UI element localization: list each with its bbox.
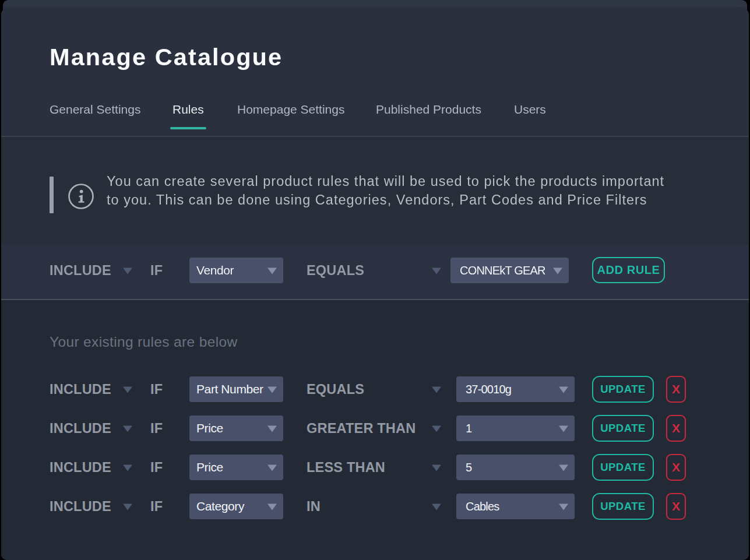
include-dropdown-chevron-icon[interactable] xyxy=(123,425,132,432)
field-select-chevron-icon xyxy=(267,503,277,510)
if-label: IF xyxy=(150,460,163,476)
info-accent-bar xyxy=(50,177,54,213)
include-dropdown-chevron-icon[interactable] xyxy=(123,464,132,471)
field-select[interactable]: Category xyxy=(189,494,283,519)
existing-rule-row: INCLUDE IF Part Number EQUALS 37-0010g U… xyxy=(1,376,749,402)
update-rule-button[interactable]: UPDATE xyxy=(592,493,654,520)
delete-rule-button[interactable]: X xyxy=(666,454,686,481)
rule-builder-row: INCLUDE IF Vendor EQUALS CONNEkT GEAR AD… xyxy=(1,258,749,283)
info-text-line2: to you. This can be done using Categorie… xyxy=(107,191,664,210)
tab-published-products[interactable]: Published Products xyxy=(376,103,481,117)
include-dropdown-label[interactable]: INCLUDE xyxy=(50,421,111,436)
value-select[interactable]: 5 xyxy=(456,455,575,480)
value-select[interactable]: 1 xyxy=(456,415,575,441)
tab-general-settings[interactable]: General Settings xyxy=(50,103,140,117)
rule-builder-section: INCLUDE IF Vendor EQUALS CONNEkT GEAR AD… xyxy=(1,245,749,299)
operator-dropdown-label[interactable]: EQUALS xyxy=(307,382,364,397)
header: Manage Catalogue General SettingsRulesHo… xyxy=(1,7,749,136)
operator-dropdown-chevron-icon[interactable] xyxy=(432,267,441,274)
field-select-chevron-icon xyxy=(267,267,277,274)
info-section: You can create several product rules tha… xyxy=(1,137,749,245)
field-select-value: Price xyxy=(196,421,223,435)
add-rule-button[interactable]: ADD RULE xyxy=(592,257,665,283)
value-select-value: 1 xyxy=(466,422,471,435)
include-dropdown-label[interactable]: INCLUDE xyxy=(50,499,111,515)
active-tab-underline xyxy=(170,127,206,129)
field-select-chevron-icon xyxy=(267,464,277,471)
info-text-line1: You can create several product rules tha… xyxy=(107,172,664,191)
include-dropdown-chevron-icon[interactable] xyxy=(123,503,132,510)
include-dropdown-label[interactable]: INCLUDE xyxy=(50,460,111,476)
value-select[interactable]: CONNEkT GEAR xyxy=(450,258,569,283)
manage-catalogue-panel: Manage Catalogue General SettingsRulesHo… xyxy=(1,7,749,560)
operator-dropdown-label[interactable]: LESS THAN xyxy=(307,460,385,476)
existing-rules-heading: Your existing rules are below xyxy=(50,334,237,350)
tab-homepage-settings[interactable]: Homepage Settings xyxy=(237,103,344,117)
value-select-value: 5 xyxy=(466,461,471,474)
field-select-value: Part Number xyxy=(196,382,263,396)
value-select[interactable]: Cables xyxy=(456,494,575,519)
operator-dropdown-label[interactable]: EQUALS xyxy=(307,263,364,279)
if-label: IF xyxy=(150,382,163,397)
value-select-chevron-icon xyxy=(559,464,568,471)
update-rule-button[interactable]: UPDATE xyxy=(592,376,654,403)
operator-dropdown-label[interactable]: GREATER THAN xyxy=(307,421,416,436)
include-dropdown-chevron-icon[interactable] xyxy=(123,267,132,274)
value-select-value: Cables xyxy=(466,500,499,513)
include-dropdown-label[interactable]: INCLUDE xyxy=(50,263,111,279)
info-text: You can create several product rules tha… xyxy=(107,172,664,209)
delete-rule-button[interactable]: X xyxy=(666,376,686,403)
operator-dropdown-label[interactable]: IN xyxy=(307,499,321,515)
field-select-chevron-icon xyxy=(267,425,277,432)
field-select-value: Price xyxy=(196,460,223,474)
field-select[interactable]: Price xyxy=(189,455,283,480)
if-label: IF xyxy=(150,499,163,515)
include-dropdown-chevron-icon[interactable] xyxy=(123,386,132,393)
existing-rule-row: INCLUDE IF Price GREATER THAN 1 UPDATE X xyxy=(1,415,749,441)
existing-rule-row: INCLUDE IF Category IN Cables UPDATE X xyxy=(1,494,749,519)
operator-dropdown-chevron-icon[interactable] xyxy=(432,464,441,471)
field-select[interactable]: Price xyxy=(189,415,283,441)
field-select[interactable]: Part Number xyxy=(189,376,283,402)
existing-rule-row: INCLUDE IF Price LESS THAN 5 UPDATE X xyxy=(1,455,749,480)
delete-rule-button[interactable]: X xyxy=(666,415,686,442)
tab-users[interactable]: Users xyxy=(514,103,546,117)
update-rule-button[interactable]: UPDATE xyxy=(592,454,654,481)
value-select-value: CONNEkT GEAR xyxy=(460,264,545,277)
delete-rule-button[interactable]: X xyxy=(666,493,686,520)
update-rule-button[interactable]: UPDATE xyxy=(592,415,654,442)
page-title: Manage Catalogue xyxy=(50,43,283,71)
value-select-chevron-icon xyxy=(559,503,568,510)
tab-rules[interactable]: Rules xyxy=(172,103,204,117)
if-label: IF xyxy=(150,263,163,279)
field-select-value: Vendor xyxy=(196,263,234,277)
info-icon xyxy=(68,184,94,209)
field-select-value: Category xyxy=(196,499,244,513)
operator-dropdown-chevron-icon[interactable] xyxy=(432,503,441,510)
value-select-chevron-icon xyxy=(553,267,562,274)
value-select-chevron-icon xyxy=(559,386,568,393)
operator-dropdown-chevron-icon[interactable] xyxy=(432,425,441,432)
field-select-chevron-icon xyxy=(267,386,277,393)
include-dropdown-label[interactable]: INCLUDE xyxy=(50,382,111,397)
value-select-value: 37-0010g xyxy=(466,383,511,396)
field-select[interactable]: Vendor xyxy=(189,258,283,283)
value-select[interactable]: 37-0010g xyxy=(456,376,575,402)
value-select-chevron-icon xyxy=(559,425,568,432)
operator-dropdown-chevron-icon[interactable] xyxy=(432,386,441,393)
if-label: IF xyxy=(150,421,163,436)
